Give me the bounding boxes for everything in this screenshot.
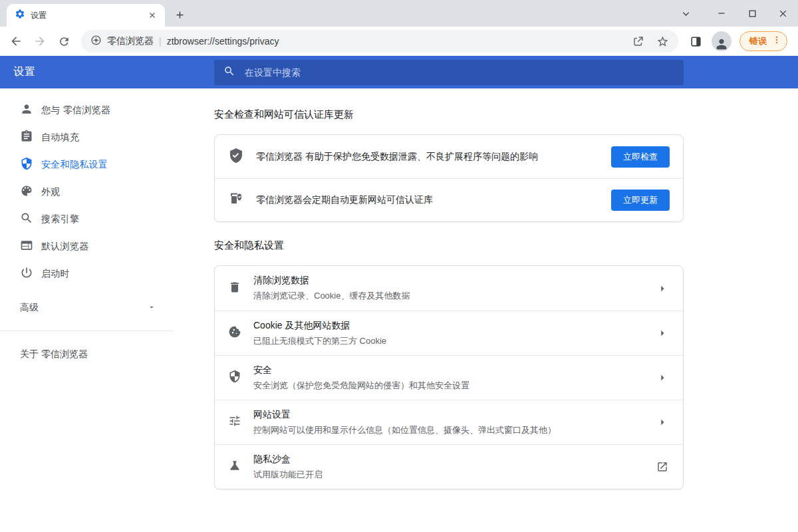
advanced-label: 高级 <box>20 302 148 314</box>
search-engine-icon <box>20 211 33 227</box>
bookmark-star-icon[interactable] <box>653 32 672 51</box>
reload-icon[interactable] <box>53 31 74 52</box>
row-subtitle: 试用版功能已开启 <box>253 469 643 481</box>
default-browser-icon <box>20 239 33 255</box>
sidebar-item-label: 安全和隐私设置 <box>41 159 108 171</box>
browser-window: 设置 <box>0 0 798 532</box>
flask-icon <box>228 459 241 475</box>
row-title: 清除浏览数据 <box>253 275 643 287</box>
arrow-right-icon <box>655 327 670 340</box>
settings-sidebar: 您与 零信浏览器 自动填充 安全和隐私设置 外观 <box>0 88 173 532</box>
trash-icon <box>228 281 241 297</box>
settings-search-box[interactable] <box>214 60 684 85</box>
safety-check-text: 零信浏览器 有助于保护您免受数据泄露、不良扩展程序等问题的影响 <box>256 151 599 163</box>
tab-settings[interactable]: 设置 <box>7 4 165 27</box>
privacy-sandbox-row[interactable]: 隐私沙盒 试用版功能已开启 <box>215 444 683 489</box>
sidebar-item-appearance[interactable]: 外观 <box>0 178 173 205</box>
url-text: ztbrowser://settings/privacy <box>167 36 624 47</box>
url-separator: | <box>159 36 162 47</box>
sidebar-item-you-and-browser[interactable]: 您与 零信浏览器 <box>0 96 173 124</box>
settings-search-input[interactable] <box>245 67 674 78</box>
shield-check-icon <box>228 148 244 166</box>
arrow-right-icon <box>655 282 670 295</box>
arrow-right-icon <box>655 371 670 384</box>
check-now-button[interactable]: 立即检查 <box>611 146 670 168</box>
person-icon <box>20 102 33 118</box>
page-info-icon[interactable] <box>90 35 102 49</box>
sidebar-item-label: 启动时 <box>41 268 70 280</box>
window-close-button[interactable] <box>767 0 798 27</box>
tab-strip: 设置 <box>0 0 798 27</box>
search-icon <box>223 65 235 80</box>
row-title: 安全 <box>253 364 643 376</box>
privacy-card: 清除浏览数据 清除浏览记录、Cookie、缓存及其他数据 Cookie 及其他网… <box>214 265 684 489</box>
gear-favicon-icon <box>15 9 25 22</box>
new-tab-button[interactable] <box>170 5 189 24</box>
url-bar[interactable]: 零信浏览器 | ztbrowser://settings/privacy <box>81 30 678 53</box>
browser-toolbar: 零信浏览器 | ztbrowser://settings/privacy 错误 <box>0 27 798 56</box>
safety-check-row: 零信浏览器 有助于保护您免受数据泄露、不良扩展程序等问题的影响 立即检查 <box>215 135 683 178</box>
row-title: Cookie 及其他网站数据 <box>253 320 643 332</box>
tab-title: 设置 <box>31 10 141 21</box>
url-site-name: 零信浏览器 <box>107 35 154 47</box>
power-icon <box>20 266 33 282</box>
sidebar-item-autofill[interactable]: 自动填充 <box>0 124 173 151</box>
sidebar-item-label: 外观 <box>41 186 61 198</box>
open-in-new-icon <box>655 461 670 473</box>
palette-icon <box>20 184 33 200</box>
cert-update-icon <box>228 191 244 209</box>
about-label: 关于 零信浏览器 <box>20 348 88 360</box>
window-minimize-button[interactable] <box>706 0 737 27</box>
tab-close-icon[interactable] <box>146 9 158 21</box>
cert-update-row: 零信浏览器会定期自动更新网站可信认证库 立即更新 <box>215 178 683 221</box>
autofill-icon <box>20 130 33 146</box>
row-subtitle: 清除浏览记录、Cookie、缓存及其他数据 <box>253 290 643 302</box>
sidebar-item-on-startup[interactable]: 启动时 <box>0 260 173 287</box>
settings-content: 安全检查和网站可信认证库更新 零信浏览器 有助于保护您免受数据泄露、不良扩展程序… <box>214 88 684 532</box>
row-title: 网站设置 <box>253 409 643 421</box>
sidebar-item-search-engine[interactable]: 搜索引擎 <box>0 205 173 233</box>
update-now-button[interactable]: 立即更新 <box>611 190 670 211</box>
side-panel-icon[interactable] <box>685 31 706 52</box>
share-icon[interactable] <box>629 32 648 51</box>
profile-avatar[interactable] <box>712 31 732 51</box>
tune-icon <box>228 414 241 430</box>
section-title-privacy: 安全和隐私设置 <box>214 239 684 252</box>
sidebar-item-about[interactable]: 关于 零信浏览器 <box>0 340 173 368</box>
cert-update-text: 零信浏览器会定期自动更新网站可信认证库 <box>256 194 599 206</box>
page-title: 设置 <box>13 65 36 79</box>
chevron-down-icon <box>148 302 156 314</box>
sidebar-item-privacy[interactable]: 安全和隐私设置 <box>0 151 173 178</box>
row-title: 隐私沙盒 <box>253 454 643 466</box>
security-row[interactable]: 安全 安全浏览（保护您免受危险网站的侵害）和其他安全设置 <box>215 355 683 400</box>
tab-search-chevron-down-icon[interactable] <box>674 0 697 27</box>
settings-header: 设置 <box>0 56 798 88</box>
profile-error-button[interactable]: 错误 <box>739 31 787 51</box>
security-shield-icon <box>228 370 241 386</box>
sidebar-divider <box>0 331 173 331</box>
sidebar-item-label: 搜索引擎 <box>41 213 79 225</box>
error-label: 错误 <box>749 35 767 47</box>
sidebar-item-label: 默认浏览器 <box>41 241 89 253</box>
privacy-shield-icon <box>20 157 33 173</box>
sidebar-item-label: 您与 零信浏览器 <box>41 104 110 116</box>
back-icon[interactable] <box>5 31 27 52</box>
cookie-icon <box>228 325 241 341</box>
site-settings-row[interactable]: 网站设置 控制网站可以使用和显示什么信息（如位置信息、摄像头、弹出式窗口及其他） <box>215 400 683 444</box>
cookies-row[interactable]: Cookie 及其他网站数据 已阻止无痕模式下的第三方 Cookie <box>215 311 683 355</box>
sidebar-advanced-toggle[interactable]: 高级 <box>0 294 173 321</box>
forward-icon[interactable] <box>29 31 51 52</box>
row-subtitle: 控制网站可以使用和显示什么信息（如位置信息、摄像头、弹出式窗口及其他） <box>253 424 643 436</box>
row-subtitle: 安全浏览（保护您免受危险网站的侵害）和其他安全设置 <box>253 380 643 392</box>
clear-browsing-data-row[interactable]: 清除浏览数据 清除浏览记录、Cookie、缓存及其他数据 <box>215 266 683 311</box>
row-subtitle: 已阻止无痕模式下的第三方 Cookie <box>253 335 643 347</box>
sidebar-item-label: 自动填充 <box>41 132 79 144</box>
window-maximize-button[interactable] <box>737 0 767 27</box>
more-vert-icon <box>772 35 781 47</box>
section-title-security-check: 安全检查和网站可信认证库更新 <box>214 108 684 121</box>
arrow-right-icon <box>655 416 670 429</box>
sidebar-item-default-browser[interactable]: 默认浏览器 <box>0 233 173 260</box>
security-check-card: 零信浏览器 有助于保护您免受数据泄露、不良扩展程序等问题的影响 立即检查 零信浏… <box>214 134 684 222</box>
